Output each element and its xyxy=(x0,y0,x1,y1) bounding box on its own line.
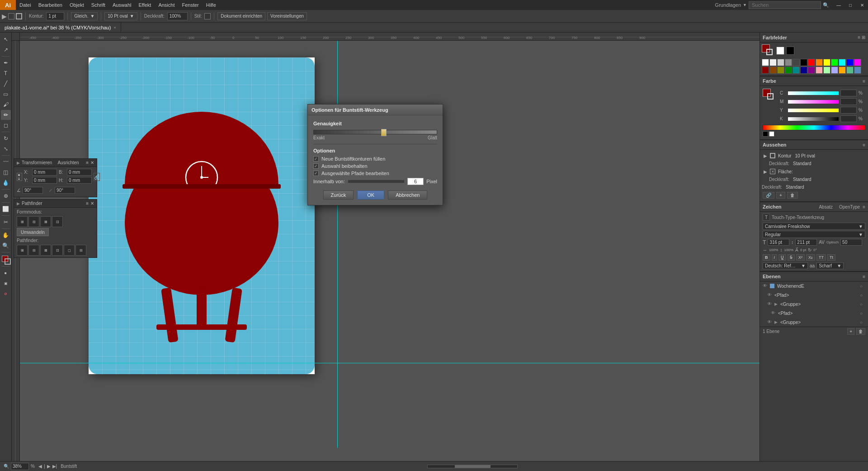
ausrichten-tab[interactable]: Ausrichten xyxy=(57,160,79,165)
farbe-menu-btn[interactable]: ≡ xyxy=(863,79,865,84)
flaeche-expand[interactable]: ▶ xyxy=(764,169,767,174)
checkbox-3[interactable] xyxy=(313,171,319,176)
prev-page[interactable]: ◀ xyxy=(38,464,42,469)
swatch-olive[interactable] xyxy=(777,67,784,74)
type-tool[interactable]: T xyxy=(1,68,11,78)
farbe-k-slider[interactable] xyxy=(788,117,839,121)
checkbox-1[interactable] xyxy=(313,156,319,162)
opentype-tab[interactable]: OpenType xyxy=(839,205,860,209)
layer-pfad-1[interactable]: 👁 <Pfad> ○ xyxy=(760,290,868,300)
gruppe2-expand[interactable]: ▶ xyxy=(774,320,778,324)
ok-button[interactable]: OK xyxy=(357,190,384,200)
brush-dropdown[interactable]: 10 Pt oval ▼ xyxy=(104,12,137,20)
color-mode-btn[interactable]: ■ xyxy=(1,268,11,278)
touch-type-icon[interactable]: T xyxy=(763,214,770,221)
transform-grid-icon[interactable] xyxy=(17,173,22,181)
trim-btn[interactable]: ⊟ xyxy=(28,245,39,256)
menu-objekt[interactable]: Objekt xyxy=(66,0,88,10)
swatch-lightred[interactable] xyxy=(816,67,823,74)
h-input[interactable] xyxy=(67,177,92,184)
farbe-c-slider[interactable] xyxy=(788,91,839,95)
swatch-gray[interactable] xyxy=(777,59,784,66)
font-size-input[interactable] xyxy=(768,239,789,246)
pen-tool[interactable]: ✒ xyxy=(1,58,11,68)
layer-gruppe-1[interactable]: 👁 ▶ <Gruppe> ○ xyxy=(760,300,868,309)
menu-effekt[interactable]: Effekt xyxy=(135,0,155,10)
swatch-green[interactable] xyxy=(831,59,838,66)
eye-icon-2[interactable]: 👁 xyxy=(767,292,773,298)
swatch-darkblue[interactable] xyxy=(800,67,807,74)
x-input[interactable] xyxy=(32,169,57,176)
stil-box[interactable] xyxy=(204,13,211,19)
document-tab[interactable]: plakate-a1-vorne.ai* bei 38 % (CMYK/Vors… xyxy=(0,23,121,32)
layer-wochenende[interactable]: 👁 WochenendE ○ xyxy=(760,281,868,290)
new-layer-btn[interactable]: + xyxy=(847,328,854,335)
sharp-dropdown[interactable]: Scharf ▼ xyxy=(816,262,844,269)
menu-fenster[interactable]: Fenster xyxy=(178,0,202,10)
swatch-lightgreen[interactable] xyxy=(823,67,830,74)
link-proportions[interactable]: 🔗 xyxy=(94,173,100,181)
aussehen-add-btn[interactable]: + xyxy=(776,192,785,199)
ff-white[interactable] xyxy=(776,47,784,55)
paintbrush-tool[interactable]: 🖌 xyxy=(1,100,11,109)
layer-lock-4[interactable]: ○ xyxy=(860,311,865,316)
layer-lock-1[interactable]: ○ xyxy=(860,284,865,289)
swatch-brown[interactable] xyxy=(769,67,777,74)
farbe-c-input[interactable] xyxy=(840,90,857,96)
swatch-blue[interactable] xyxy=(846,59,854,66)
swatch-verydarkgray[interactable] xyxy=(793,59,800,66)
swatch-darkgreen[interactable] xyxy=(785,67,792,74)
genauigkeit-slider-thumb[interactable] xyxy=(381,129,387,136)
search-icon[interactable]: 🔍 xyxy=(823,2,829,8)
innerhalb-slider[interactable] xyxy=(348,180,405,183)
line-tool[interactable]: ╱ xyxy=(1,79,11,89)
menu-schrift[interactable]: Schrift xyxy=(88,0,109,10)
close-button[interactable]: ✕ xyxy=(856,0,868,10)
voreinstellungen-btn[interactable]: Voreinstellungen xyxy=(267,12,307,20)
eye-icon-4[interactable]: 👁 xyxy=(771,310,776,316)
rotate-tool[interactable]: ↻ xyxy=(1,133,11,143)
menu-hilfe[interactable]: Hilfe xyxy=(203,0,220,10)
search-input[interactable] xyxy=(749,1,821,9)
strikethrough-btn[interactable]: S̶ xyxy=(788,254,795,261)
farbe-m-input[interactable] xyxy=(840,98,857,105)
ff-stroke[interactable] xyxy=(766,49,773,55)
transformieren-collapse[interactable]: ▶ xyxy=(17,161,20,165)
scroll-thumb-h[interactable] xyxy=(455,465,491,468)
gleich-dropdown[interactable]: Gleich. ▼ xyxy=(71,12,98,20)
allcaps-btn[interactable]: TT xyxy=(816,254,826,261)
ebenen-menu-btn[interactable]: ≡ xyxy=(863,274,865,279)
dialog-titlebar[interactable]: Optionen für Buntstift-Werkzeug xyxy=(308,105,443,115)
none-mode-btn[interactable]: ⊘ xyxy=(1,289,11,299)
menu-ansicht[interactable]: Ansicht xyxy=(155,0,178,10)
aussehen-menu-btn[interactable]: ≡ xyxy=(863,143,865,147)
farbfelder-fill-stroke[interactable] xyxy=(762,44,774,57)
swatch-red[interactable] xyxy=(808,59,815,66)
swatch-lightgray[interactable] xyxy=(769,59,777,66)
last-page[interactable]: ▶| xyxy=(52,464,57,469)
swatch-white[interactable] xyxy=(762,59,769,66)
eye-icon-5[interactable]: 👁 xyxy=(767,319,773,325)
umwandeln-button[interactable]: Umwandeln xyxy=(17,228,49,236)
black-box[interactable] xyxy=(763,131,768,137)
fill-stroke-widget[interactable] xyxy=(1,255,11,265)
font-dropdown[interactable]: Carnivalee Freakshow ▼ xyxy=(763,223,865,230)
farbe-y-slider[interactable] xyxy=(788,109,839,112)
subscript-btn[interactable]: X₂ xyxy=(806,254,815,261)
leading-input[interactable] xyxy=(795,239,817,246)
superscript-btn[interactable]: X² xyxy=(796,254,805,261)
aussehen-link-btn[interactable]: 🔗 xyxy=(763,192,774,199)
gradient-tool[interactable]: ◫ xyxy=(1,167,11,177)
genauigkeit-slider-track[interactable] xyxy=(313,130,437,134)
swatch-gold[interactable] xyxy=(839,67,846,74)
layer-lock-5[interactable]: ○ xyxy=(860,320,865,325)
farbfelder-menu-btn[interactable]: ≡ xyxy=(858,35,860,40)
menu-bearbeiten[interactable]: Bearbeiten xyxy=(35,0,66,10)
menu-auswahl[interactable]: Auswahl xyxy=(109,0,135,10)
swatch-yellow[interactable] xyxy=(823,59,830,66)
layer-gruppe-2[interactable]: 👁 ▶ <Gruppe> ○ xyxy=(760,318,868,327)
intersect-btn[interactable]: ⊠ xyxy=(40,216,51,227)
exclude-btn[interactable]: ⊡ xyxy=(52,216,63,227)
pathfinder-menu[interactable]: ≡ xyxy=(86,201,89,206)
farbe-k-input[interactable] xyxy=(840,115,857,122)
